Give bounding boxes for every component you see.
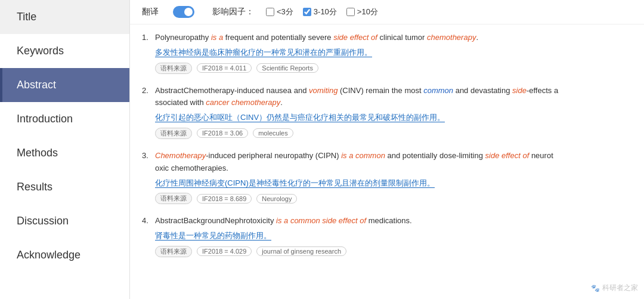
sidebar-item-results[interactable]: Results bbox=[0, 170, 129, 204]
result-item-2: 2. AbstractChemotherapy-induced nausea a… bbox=[142, 85, 632, 139]
toolbar: 翻译 影响因子： <3分 3-10分 >10分 bbox=[130, 0, 644, 24]
result-en-4: AbstractBackgroundNephrotoxicity is a co… bbox=[155, 215, 632, 227]
checkbox-gt10-label: >10分 bbox=[357, 7, 378, 17]
result-index-4: 4. bbox=[142, 215, 155, 257]
cn-highlight-1: 多发性神经病是临床肿瘤化疗的一种常见和潜在的严重副作用。 bbox=[155, 48, 372, 57]
sidebar-item-introduction[interactable]: Introduction bbox=[0, 102, 129, 136]
result-cn-4: 肾毒性是一种常见的药物副作用。 bbox=[155, 230, 632, 242]
highlight-1-1: is a bbox=[211, 33, 223, 42]
watermark-text: 科研者之家 bbox=[602, 283, 638, 293]
factor-label: 影响因子： bbox=[212, 7, 254, 17]
result-index-2: 2. bbox=[142, 85, 155, 139]
main-content: 翻译 影响因子： <3分 3-10分 >10分 1. bbox=[130, 0, 644, 299]
sidebar-item-title[interactable]: Title bbox=[0, 0, 129, 34]
result-cn-2: 化疗引起的恶心和呕吐（CINV）仍然是与癌症化疗相关的最常见和破坏性的副作用。 bbox=[155, 112, 632, 124]
translate-toggle[interactable] bbox=[173, 6, 194, 18]
tag-source-3: 语料来源 bbox=[155, 193, 192, 204]
result-index-3: 3. bbox=[142, 150, 155, 204]
tag-journal-1: Scientific Reports bbox=[256, 63, 318, 73]
result-item-1: 1. Polyneuropathy is a frequent and pote… bbox=[142, 32, 632, 74]
result-en-2: AbstractChemotherapy-induced nausea and … bbox=[155, 85, 632, 110]
checkbox-gt10[interactable]: >10分 bbox=[346, 7, 378, 17]
sidebar-item-acknowledge[interactable]: Acknowledge bbox=[0, 238, 129, 272]
tags-3: 语料来源 IF2018 = 8.689 Neurology bbox=[155, 193, 632, 204]
cn-highlight-2: 化疗引起的恶心和呕吐（CINV）仍然是与癌症化疗相关的最常见和破坏性的副作用。 bbox=[155, 113, 445, 122]
watermark: 🐾 科研者之家 bbox=[591, 283, 638, 293]
highlight-2-1: vomiting bbox=[309, 86, 338, 95]
result-body-4: AbstractBackgroundNephrotoxicity is a co… bbox=[155, 215, 632, 257]
tag-journal-2: molecules bbox=[253, 128, 293, 138]
result-body-3: Chemotherapy-induced peripheral neuropat… bbox=[155, 150, 632, 204]
tag-journal-3: Neurology bbox=[256, 194, 297, 204]
tag-if-2: IF2018 = 3.06 bbox=[197, 128, 248, 138]
tag-source-2: 语料来源 bbox=[155, 128, 192, 139]
highlight-3-3: side effect of bbox=[485, 151, 530, 160]
sidebar: TitleKeywordsAbstractIntroductionMethods… bbox=[0, 0, 130, 299]
results-content: 1. Polyneuropathy is a frequent and pote… bbox=[130, 24, 644, 299]
checkbox-3-10[interactable]: 3-10分 bbox=[303, 7, 337, 17]
watermark-icon: 🐾 bbox=[591, 284, 600, 292]
highlight-2-4: cancer chemotherapy bbox=[206, 98, 280, 107]
tags-1: 语料来源 IF2018 = 4.011 Scientific Reports bbox=[155, 63, 632, 74]
tag-if-1: IF2018 = 4.011 bbox=[197, 63, 252, 73]
translate-label: 翻译 bbox=[142, 7, 159, 17]
sidebar-item-discussion[interactable]: Discussion bbox=[0, 204, 129, 238]
tag-journal-4: journal of ginseng research bbox=[256, 246, 346, 256]
highlight-4-1: is a common side effect of bbox=[276, 216, 366, 225]
highlight-1-2: side effect of bbox=[333, 33, 377, 42]
result-item-3: 3. Chemotherapy-induced peripheral neuro… bbox=[142, 150, 632, 204]
tag-source-1: 语料来源 bbox=[155, 63, 192, 74]
checkbox-lt3[interactable]: <3分 bbox=[266, 7, 293, 17]
tag-source-4: 语料来源 bbox=[155, 246, 192, 257]
tag-if-3: IF2018 = 8.689 bbox=[197, 194, 252, 204]
result-body-1: Polyneuropathy is a frequent and potenti… bbox=[155, 32, 632, 74]
sidebar-item-methods[interactable]: Methods bbox=[0, 136, 129, 170]
highlight-3-2: is a common bbox=[341, 151, 385, 160]
result-en-1: Polyneuropathy is a frequent and potenti… bbox=[155, 32, 632, 44]
result-en-3: Chemotherapy-induced peripheral neuropat… bbox=[155, 150, 632, 175]
checkbox-lt3-label: <3分 bbox=[277, 7, 293, 17]
result-item-4: 4. AbstractBackgroundNephrotoxicity is a… bbox=[142, 215, 632, 257]
sidebar-item-keywords[interactable]: Keywords bbox=[0, 34, 129, 68]
tag-if-4: IF2018 = 4.029 bbox=[197, 246, 252, 256]
tags-4: 语料来源 IF2018 = 4.029 journal of ginseng r… bbox=[155, 246, 632, 257]
factor-checkboxes: <3分 3-10分 >10分 bbox=[266, 7, 378, 17]
highlight-3-1: Chemotherapy bbox=[155, 151, 206, 160]
cn-highlight-4: 肾毒性是一种常见的药物副作用。 bbox=[155, 231, 271, 241]
highlight-2-3: side bbox=[512, 86, 527, 95]
result-index-1: 1. bbox=[142, 32, 155, 74]
cn-highlight-3: 化疗性周围神经病变(CIPN)是神经毒性化疗的一种常见且潜在的剂量限制副作用。 bbox=[155, 178, 435, 188]
result-cn-1: 多发性神经病是临床肿瘤化疗的一种常见和潜在的严重副作用。 bbox=[155, 47, 632, 59]
sidebar-item-abstract[interactable]: Abstract bbox=[0, 68, 129, 102]
highlight-2-2: common bbox=[423, 86, 453, 95]
result-cn-3: 化疗性周围神经病变(CIPN)是神经毒性化疗的一种常见且潜在的剂量限制副作用。 bbox=[155, 177, 632, 190]
tags-2: 语料来源 IF2018 = 3.06 molecules bbox=[155, 128, 632, 139]
result-body-2: AbstractChemotherapy-induced nausea and … bbox=[155, 85, 632, 139]
checkbox-3-10-label: 3-10分 bbox=[314, 7, 337, 17]
highlight-1-3: chemotherapy bbox=[427, 33, 476, 42]
